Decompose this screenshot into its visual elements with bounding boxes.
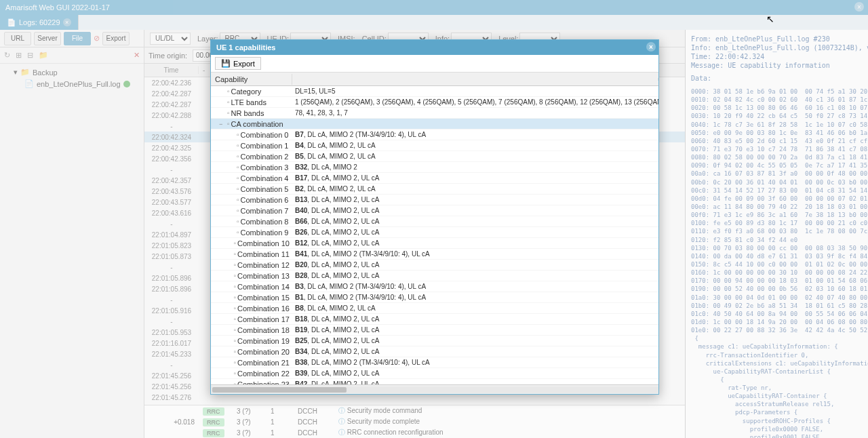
doc-icon: ▫	[227, 87, 230, 95]
export-label: Export	[233, 60, 255, 68]
expand-icon[interactable]: −	[219, 121, 226, 127]
doc-icon: ▫	[233, 250, 236, 258]
capabilities-dialog: UE 1 capabilities × 💾 Export Capability …	[210, 39, 659, 395]
th-capability: Capability	[211, 74, 292, 85]
tree-row[interactable]: ▫Combination 12B20, DL cA, MIMO 2, UL cA	[211, 260, 658, 271]
tree-row[interactable]: ▫Combination 9B26, DL cA, MIMO 2, UL cA	[211, 227, 658, 238]
doc-icon: ▫	[233, 380, 236, 384]
log-bottom: RRC3 (?)1DCCHⓘ Security mode command+0.0…	[144, 405, 685, 438]
folder-icon[interactable]: 📁	[39, 51, 48, 60]
tab-logs[interactable]: 📄 Logs: 60229 ×	[0, 15, 79, 30]
tab-label: Logs: 60229	[19, 18, 60, 26]
dialog-body[interactable]: Capability ▫CategoryDL=15, UL=5▫LTE band…	[211, 73, 658, 384]
th-value	[292, 78, 658, 81]
log-row[interactable]: RRC3 (?)1DCCHⓘ Security mode command	[144, 405, 685, 416]
tree-row[interactable]: ▫Combination 17B18, DL cA, MIMO 2, UL cA	[211, 314, 658, 325]
doc-icon: ▫	[227, 98, 230, 106]
tree-row[interactable]: ▫Combination 13B28, DL cA, MIMO 2, UL cA	[211, 271, 658, 281]
save-icon: 💾	[221, 59, 231, 68]
tree-header: Capability	[211, 73, 658, 86]
app-title-bar: Amarisoft Web GUI 2022-01-17 ×	[0, 0, 868, 15]
doc-icon: ▫	[233, 261, 236, 268]
uldl-select[interactable]: UL/DL	[150, 33, 191, 45]
tree-row[interactable]: ▫Combination 10B12, DL cA, MIMO 2, UL cA	[211, 238, 658, 249]
app-close-icon[interactable]: ×	[854, 2, 864, 12]
log-row[interactable]: +0.018RRC3 (?)1DCCHⓘ Security mode compl…	[144, 416, 685, 427]
dialog-title-bar[interactable]: UE 1 capabilities ×	[211, 40, 658, 55]
tree-row[interactable]: ▫Combination 19B25, DL cA, MIMO 2, UL cA	[211, 336, 658, 346]
doc-icon: ▫	[233, 283, 236, 290]
file-button[interactable]: File	[64, 32, 91, 45]
tree-row[interactable]: ▫Combination 8B66, DL cA, MIMO 2, UL cA	[211, 216, 658, 227]
doc-icon: ▫	[227, 109, 230, 117]
export-button[interactable]: 💾 Export	[215, 57, 261, 70]
folder-name: Backup	[33, 68, 58, 77]
doc-icon: ▫	[237, 218, 239, 225]
file-tree: ▾ 📁 Backup 📄 enb_LteOnePlus_Full.log	[0, 64, 144, 92]
doc-icon: ▫	[237, 196, 239, 203]
tree-file[interactable]: 📄 enb_LteOnePlus_Full.log	[0, 78, 144, 89]
msg-line: Message: UE capability information	[691, 62, 863, 69]
file-icon: 📄	[24, 79, 34, 88]
tree-row[interactable]: ▫Combination 11B41, DL cA, MIMO 2 (TM-3/…	[211, 249, 658, 260]
tree-row[interactable]: ▫Combination 5B2, DL cA, MIMO 2, UL cA	[211, 184, 658, 195]
tree-folder[interactable]: ▾ 📁 Backup	[0, 66, 144, 78]
chevron-down-icon[interactable]: ▾	[14, 68, 18, 77]
tree-row[interactable]: ▫Combination 3B32, DL cA, MIMO 2	[211, 162, 658, 173]
server-button[interactable]: Server	[34, 32, 61, 45]
url-button[interactable]: URL	[4, 32, 31, 45]
expand-icon[interactable]: ⊞	[16, 51, 22, 60]
hex-dump: 0000: 38 01 58 1e b6 9a 01 00 00 74 f5 a…	[691, 87, 863, 438]
doc-icon: ▫	[237, 228, 239, 236]
doc-icon: ▫	[233, 370, 236, 377]
log-row[interactable]: RRC3 (?)1DCCHⓘ RRC connection reconfigur…	[144, 427, 685, 438]
close-icon[interactable]: ✕	[134, 51, 140, 60]
doc-icon: ▫	[233, 304, 236, 312]
collapse-icon[interactable]: ⊟	[27, 51, 33, 60]
tree-row[interactable]: ▫CategoryDL=15, UL=5	[211, 86, 658, 97]
doc-icon: ▫	[233, 348, 236, 355]
dialog-close-icon[interactable]: ×	[646, 42, 656, 52]
doc-icon: ▫	[227, 120, 230, 127]
sidebar-toolbar: URL Server File ⊘ Export	[0, 30, 144, 47]
tree-row[interactable]: ▫Combination 7B40, DL cA, MIMO 2, UL cA	[211, 205, 658, 216]
tree-row[interactable]: ▫Combination 21B38, DL cA, MIMO 2 (TM-3/…	[211, 357, 658, 368]
tree-row[interactable]: ▫Combination 15B1, DL cA, MIMO 2 (TM-3/4…	[211, 292, 658, 303]
refresh-icon[interactable]: ↻	[4, 51, 10, 60]
file-icon: 📄	[7, 18, 16, 27]
tree-row[interactable]: ▫Combination 6B13, DL cA, MIMO 2, UL cA	[211, 195, 658, 205]
tree-row[interactable]: ▫Combination 0B7, DL cA, MIMO 2 (TM-3/4/…	[211, 130, 658, 140]
tree-row[interactable]: ▫LTE bands1 (256QAM), 2 (256QAM), 3 (256…	[211, 97, 658, 108]
tree-row[interactable]: ▫Combination 2B5, DL cA, MIMO 2, UL cA	[211, 151, 658, 162]
tree-row[interactable]: ▫Combination 20B34, DL cA, MIMO 2, UL cA	[211, 346, 658, 357]
tree-row[interactable]: ▫Combination 18B19, DL cA, MIMO 2, UL cA	[211, 325, 658, 336]
tab-close-icon[interactable]: ×	[63, 18, 71, 26]
doc-icon: ▫	[237, 185, 239, 193]
tree-row[interactable]: ▫Combination 14B3, DL cA, MIMO 2 (TM-3/4…	[211, 281, 658, 292]
doc-icon: ▫	[233, 272, 236, 279]
app-title: Amarisoft Web GUI 2022-01-17	[5, 3, 110, 12]
tree-row[interactable]: ▫Combination 4B17, DL cA, MIMO 2, UL cA	[211, 173, 658, 184]
tree-row[interactable]: −▫CA combination	[211, 119, 658, 130]
folder-icon: 📁	[20, 68, 30, 77]
sidebar: URL Server File ⊘ Export ↻ ⊞ ⊟ 📁 ✕ ▾ 📁 B…	[0, 30, 144, 438]
file-name: enb_LteOnePlus_Full.log	[37, 80, 121, 88]
data-label: Data:	[691, 75, 863, 82]
doc-icon: ▫	[237, 142, 239, 149]
doc-icon: ▫	[233, 359, 236, 366]
time-line: Time: 22:00:42.324	[691, 53, 863, 60]
status-dot-icon	[123, 81, 130, 87]
horizontal-scrollbar[interactable]	[211, 386, 658, 393]
col-d: -	[199, 66, 211, 74]
tree-row[interactable]: ▫Combination 22B39, DL cA, MIMO 2, UL cA	[211, 368, 658, 379]
from-line: From: enb_LteOnePlus_Full.log #230	[691, 35, 863, 43]
tree-row[interactable]: ▫NR bands78, 41, 28, 3, 1, 7	[211, 108, 658, 119]
tree-row[interactable]: ▫Combination 23B42, DL cA, MIMO 2, UL cA	[211, 379, 658, 384]
doc-icon: ▫	[233, 239, 236, 247]
dialog-footer	[211, 384, 658, 394]
export-button[interactable]: Export	[102, 32, 130, 45]
tree-row[interactable]: ▫Combination 1B4, DL cA, MIMO 2, UL cA	[211, 140, 658, 151]
detail-panel: From: enb_LteOnePlus_Full.log #230 Info:…	[685, 30, 868, 438]
tree-row[interactable]: ▫Combination 16B8, DL cA, MIMO 2, UL cA	[211, 303, 658, 314]
col-time: Time	[144, 66, 199, 74]
